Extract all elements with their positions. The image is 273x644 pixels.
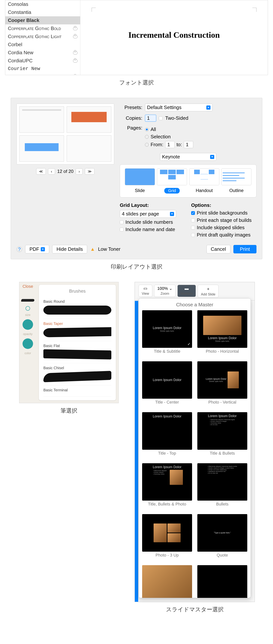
layout-slide-option[interactable]: Slide	[125, 168, 155, 194]
master-label: Photo - Horizontal	[197, 349, 247, 358]
brush-name: Basic Terminal	[43, 388, 111, 392]
font-row[interactable]: Cooper Black	[5, 16, 80, 24]
keynote-toolbar: ▭View 100% ⌄Zoom ▬Masters ＋Add Slide	[135, 282, 254, 300]
view-button[interactable]: ▭View	[138, 285, 152, 297]
brush-item[interactable]: Basic Chisel	[43, 363, 111, 385]
pages-to-input[interactable]: 1	[184, 141, 193, 148]
master-thumbnail: Lorem Ipsum Dolor	[142, 361, 192, 399]
pages-from-radio[interactable]	[145, 143, 149, 146]
font-name: Cooper Black	[8, 18, 40, 23]
brush-stroke-icon	[43, 349, 111, 360]
master-item[interactable]: Lorem Ipsum Dolor• Maecenas aliquam• Don…	[142, 463, 192, 511]
master-item[interactable]: Lorem Ipsum DolorDonec quis nuncPhoto - …	[197, 361, 247, 409]
font-name: Copperplate Gothic Bold	[8, 26, 61, 31]
app-section-select[interactable]: Keynote	[160, 153, 216, 161]
copies-input[interactable]: 1	[145, 115, 156, 122]
layout-outline-option[interactable]: Outline	[221, 168, 252, 194]
add-slide-button[interactable]: ＋Add Slide	[198, 285, 218, 298]
pager-next-button[interactable]: ›	[76, 168, 82, 174]
pager-last-button[interactable]: ≫	[85, 168, 94, 174]
master-label: Photo - 3 Up	[142, 553, 192, 562]
master-item[interactable]: Photo - 3 Up	[142, 514, 192, 562]
master-thumbnail	[142, 565, 192, 598]
draft-quality-checkbox[interactable]	[191, 233, 195, 237]
print-button[interactable]: Print	[234, 245, 256, 254]
opacity-knob[interactable]	[22, 319, 33, 330]
brush-name: Basic Chisel	[43, 366, 111, 370]
pager-first-button[interactable]: ≪	[36, 168, 46, 174]
font-name: Courier New	[8, 66, 40, 72]
options-heading: Options:	[191, 202, 252, 208]
print-backgrounds-checkbox[interactable]	[191, 211, 195, 215]
include-skipped-checkbox[interactable]	[191, 226, 195, 230]
warning-icon: ▲	[90, 246, 95, 252]
help-button[interactable]: ?	[16, 246, 22, 252]
presets-select[interactable]: Default Settings	[145, 104, 212, 111]
figure-caption-brush: 筆選択	[16, 407, 122, 415]
master-label: Quote	[197, 553, 247, 562]
master-item[interactable]: Lorem Ipsum DolorDonec quis nunc✓Title &…	[142, 310, 192, 358]
slide-title: Incremental Construction	[80, 30, 268, 40]
zoom-button[interactable]: 100% ⌄Zoom	[154, 285, 176, 297]
master-thumbnail: Lorem Ipsum Dolor• Maecenas aliquam maec…	[197, 412, 247, 450]
brush-item[interactable]: Basic Taper	[43, 319, 111, 341]
master-thumbnail: Lorem Ipsum DolorDonec quis nunc✓	[142, 310, 192, 348]
grid-layout-heading: Grid Layout:	[120, 202, 176, 208]
layout-handout-option[interactable]: Handout	[189, 168, 219, 194]
master-item[interactable]: "Type a quote here."Quote	[197, 514, 247, 562]
size-label: size	[25, 313, 30, 317]
font-row[interactable]: Copperplate Gothic Bold	[5, 24, 80, 32]
masters-button[interactable]: ▬Masters	[178, 285, 196, 297]
cloud-icon	[73, 51, 78, 54]
chevron-down-icon	[210, 155, 214, 159]
figure-caption-print: 印刷レイアウト選択	[0, 263, 273, 271]
include-slide-numbers-checkbox[interactable]	[120, 220, 124, 224]
two-sided-label: Two-Sided	[165, 115, 188, 121]
two-sided-checkbox[interactable]	[159, 116, 162, 120]
brush-stroke-icon	[43, 371, 111, 382]
grid-slides-select[interactable]: 4 slides per page	[120, 210, 176, 218]
master-item[interactable]: Lorem Ipsum DolorTitle - Top	[142, 412, 192, 460]
font-list[interactable]: ConsolasConstantiaCooper BlackCopperplat…	[5, 0, 80, 75]
font-row[interactable]: Courier New	[5, 65, 80, 73]
font-row[interactable]: Dante	[5, 73, 80, 75]
opacity-label: opacity	[23, 332, 33, 336]
master-item[interactable]: Lorem Ipsum DolorDonec quis nuncPhoto - …	[197, 310, 247, 358]
slide-navigator[interactable]	[135, 301, 138, 602]
close-button[interactable]: Close	[22, 284, 33, 289]
font-row[interactable]: CordiaUPC	[5, 57, 80, 65]
font-row[interactable]: Constantia	[5, 8, 80, 16]
brush-item[interactable]: Basic Round	[43, 297, 111, 319]
font-row[interactable]: Copperplate Gothic Light	[5, 32, 80, 40]
master-item[interactable]: Lorem Ipsum DolorTitle - Center	[142, 361, 192, 409]
cancel-button[interactable]: Cancel	[206, 245, 230, 254]
font-name: Cordia New	[8, 50, 34, 56]
color-knob[interactable]	[22, 338, 33, 349]
master-thumbnail	[197, 565, 247, 598]
brush-item[interactable]: Basic Terminal	[43, 385, 111, 396]
include-name-date-checkbox[interactable]	[120, 228, 124, 232]
hide-details-button[interactable]: Hide Details	[52, 245, 87, 254]
size-knob[interactable]	[26, 306, 30, 311]
font-name: Dante	[8, 74, 21, 75]
pager-prev-button[interactable]: ‹	[48, 168, 55, 174]
master-label: Title & Subtitle	[142, 349, 192, 358]
master-item[interactable]: Lorem Ipsum Dolor• Maecenas aliquam maec…	[197, 412, 247, 460]
pages-from-input[interactable]: 1	[165, 141, 174, 148]
brush-name: Basic Taper	[43, 322, 111, 326]
font-row[interactable]: Consolas	[5, 0, 80, 8]
master-item[interactable]: Photo	[142, 565, 192, 598]
pages-all-radio[interactable]	[145, 128, 149, 132]
font-row[interactable]: Cordia New	[5, 48, 80, 57]
master-item[interactable]: • Maecenas aliquam maecenas ligula nostr…	[197, 463, 247, 511]
master-label: Title, Bullets & Photo	[142, 502, 192, 511]
layout-grid-option[interactable]: Grid	[157, 168, 187, 194]
brush-item[interactable]: Basic Flat	[43, 341, 111, 363]
pdf-menu-button[interactable]: PDF	[25, 245, 49, 254]
pages-selection-radio[interactable]	[145, 135, 149, 139]
print-builds-checkbox[interactable]	[191, 218, 195, 222]
master-thumbnail	[142, 514, 192, 552]
font-row[interactable]: Corbel	[5, 40, 80, 48]
font-name: Corbel	[8, 42, 22, 48]
master-item[interactable]: Blank	[197, 565, 247, 598]
